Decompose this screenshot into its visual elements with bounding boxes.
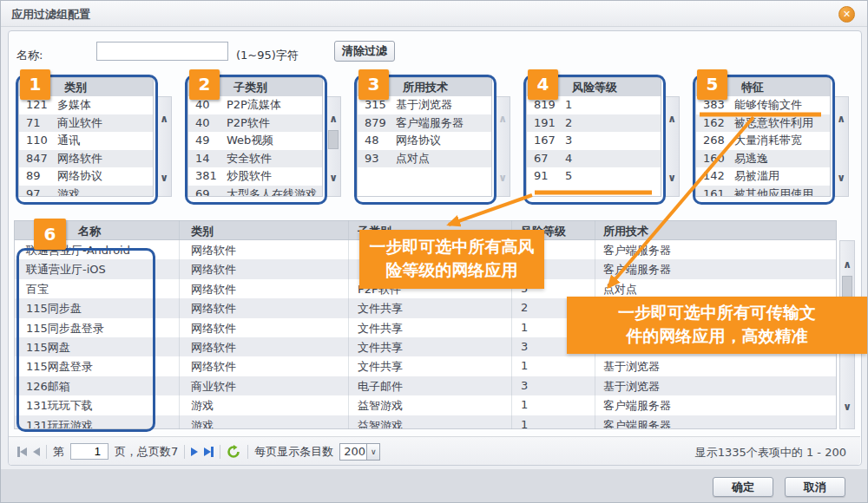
table-row[interactable]: 126邮箱商业软件电子邮件3基于浏览器 <box>15 376 836 395</box>
dialog-title: 应用过滤组配置 <box>11 7 90 23</box>
clear-filter-button[interactable]: 清除过滤 <box>334 41 395 62</box>
filter-item[interactable]: 110通讯 <box>19 132 153 150</box>
cancel-button[interactable]: 取消 <box>785 477 845 497</box>
filter-item-count: 381 <box>188 167 227 186</box>
chevron-up-icon[interactable]: ∧ <box>665 113 679 125</box>
table-cell: 115网盘 <box>26 340 70 356</box>
per-page-label: 每页显示条目数 <box>254 444 333 460</box>
range-text: 显示1335个表项中的 1 - 200 <box>695 445 846 461</box>
filter-item[interactable]: 879客户端服务器 <box>358 114 491 133</box>
filter-item-label: 商业软件 <box>57 114 153 133</box>
filter-item-label: 被恶意软件利用 <box>734 114 830 133</box>
filter-item[interactable]: 142易被滥用 <box>696 167 830 186</box>
table-cell: 网络软件 <box>191 282 236 297</box>
refresh-icon[interactable] <box>227 445 241 459</box>
filter-item[interactable]: 69大型多人在线游戏 <box>188 186 322 198</box>
filter-item[interactable]: 49Web视频 <box>188 132 322 150</box>
filter-item-label: 能够传输文件 <box>734 96 830 114</box>
table-cell: 游戏 <box>191 418 214 429</box>
filter-item[interactable]: 1912 <box>527 114 661 133</box>
table-cell: 电子邮件 <box>358 379 403 395</box>
chevron-up-icon[interactable]: ∧ <box>834 113 848 125</box>
prev-page-button[interactable] <box>33 447 40 456</box>
dropdown-arrow-icon[interactable]: ∨ <box>366 444 379 460</box>
step-badge-6: 6 <box>34 219 66 250</box>
callout-file-transfer-line1: 一步即可选中所有可传输文 <box>567 301 867 324</box>
filter-item-count: 48 <box>358 132 396 150</box>
filter-item-label: 5 <box>565 167 661 186</box>
filter-list-scrollbar[interactable]: ∧∨ <box>156 96 172 197</box>
dialog-titlebar: 应用过滤组配置 ✕ <box>1 1 867 27</box>
table-row[interactable]: 131玩玩下载游戏益智游戏1客户端服务器 <box>15 395 836 415</box>
filter-item[interactable]: 162被恶意软件利用 <box>696 114 830 133</box>
filter-item[interactable]: 381炒股软件 <box>188 167 322 186</box>
table-cell: 文件共享 <box>358 321 403 336</box>
filter-item[interactable]: 40P2P软件 <box>188 114 322 133</box>
filter-list-scrollbar[interactable]: ∧∨ <box>326 96 341 197</box>
table-cell: 商业软件 <box>191 379 236 395</box>
filter-item[interactable]: 89网络协议 <box>19 167 153 186</box>
table-cell: 百宝 <box>26 282 49 297</box>
page-number-input[interactable] <box>70 443 108 460</box>
table-cell: 文件共享 <box>358 340 403 356</box>
callout-high-risk-line2: 险等级的网络应用 <box>359 258 544 282</box>
filter-list-body: 40P2P流媒体40P2P软件49Web视频14安全软件381炒股软件69大型多… <box>187 96 323 197</box>
filter-item-label: P2P软件 <box>227 114 322 133</box>
filter-item[interactable]: 160易逃逸 <box>696 150 830 168</box>
per-page-select[interactable]: 200 ∨ <box>339 443 380 461</box>
filter-item[interactable]: 14安全软件 <box>188 150 322 168</box>
chevron-down-icon[interactable]: ∨ <box>326 172 340 184</box>
table-row[interactable]: 115网盘登录网络软件文件共享1基于浏览器 <box>15 356 836 376</box>
name-label: 名称: <box>16 48 43 63</box>
filter-item[interactable]: 161被其他应用使用 <box>696 186 830 198</box>
close-icon[interactable]: ✕ <box>838 6 855 23</box>
ok-button[interactable]: 确定 <box>713 477 773 497</box>
table-cell: 115同步盘登录 <box>26 321 104 336</box>
filter-item[interactable]: 268大量消耗带宽 <box>696 132 830 150</box>
filter-item[interactable]: 48网络协议 <box>358 132 491 150</box>
filter-item[interactable]: 71商业软件 <box>19 114 153 133</box>
filter-item[interactable]: 93点对点 <box>358 150 491 168</box>
next-page-button[interactable] <box>191 447 198 456</box>
filter-item-count: 161 <box>696 186 734 198</box>
filter-item[interactable]: 97游戏 <box>19 186 153 198</box>
step-badge-5: 5 <box>697 69 727 100</box>
chevron-up-icon[interactable]: ∧ <box>840 258 854 271</box>
filter-item-label: 网络协议 <box>396 132 491 150</box>
step-badge-2: 2 <box>189 69 220 100</box>
chevron-down-icon[interactable]: ∨ <box>834 172 848 184</box>
filter-list-body: 819119121673674915 <box>526 96 661 197</box>
filter-list-scrollbar[interactable]: ∧∨ <box>833 96 849 197</box>
chevron-down-icon[interactable]: ∨ <box>157 172 171 184</box>
last-page-button[interactable] <box>204 447 214 457</box>
filter-item[interactable]: 847网络软件 <box>19 150 153 168</box>
callout-file-transfer-line2: 件的网络应用，高效精准 <box>567 324 867 348</box>
filter-item-count: 93 <box>358 150 396 168</box>
chevron-down-icon[interactable]: ∨ <box>665 172 679 184</box>
filter-item[interactable]: 674 <box>527 150 661 168</box>
table-cell: 点对点 <box>603 282 637 297</box>
chevron-up-icon[interactable]: ∧ <box>157 113 171 125</box>
chevron-down-icon[interactable]: ∨ <box>496 172 510 184</box>
filter-list-scrollbar[interactable]: ∧∨ <box>664 96 680 197</box>
filter-item-label: 网络软件 <box>57 150 153 168</box>
first-page-button[interactable] <box>17 447 27 457</box>
filter-item-label: 3 <box>565 132 661 150</box>
filter-item-count: 91 <box>527 167 565 186</box>
chevron-down-icon[interactable]: ∨ <box>840 401 854 413</box>
table-cell: 文件共享 <box>358 359 403 375</box>
table-cell: 联通营业厅-iOS <box>26 262 106 278</box>
filter-item-count: 162 <box>696 114 734 133</box>
chevron-up-icon[interactable]: ∧ <box>496 113 510 125</box>
filter-list-scrollbar[interactable]: ∧∨ <box>495 96 510 197</box>
chevron-up-icon[interactable]: ∧ <box>326 113 340 125</box>
table-row[interactable]: 131玩玩游戏游戏益智游戏1客户端服务器 <box>15 415 836 429</box>
filter-item[interactable]: 915 <box>527 167 661 186</box>
scrollbar-thumb[interactable] <box>842 276 852 298</box>
filter-item[interactable]: 1673 <box>527 132 661 150</box>
scrollbar-thumb[interactable] <box>328 130 339 149</box>
filter-item-label: 游戏 <box>57 186 153 198</box>
name-hint: (1~95)字符 <box>236 48 299 63</box>
name-input[interactable] <box>96 42 228 61</box>
table-cell: 网络软件 <box>191 340 236 356</box>
